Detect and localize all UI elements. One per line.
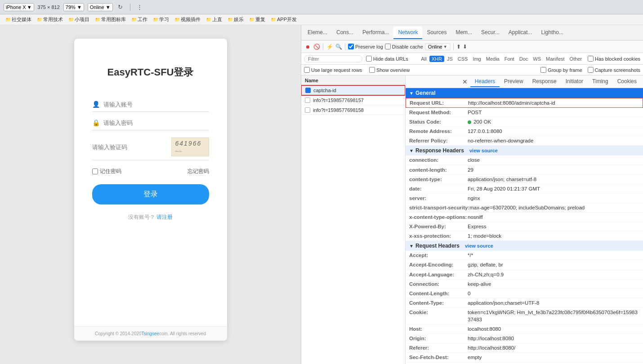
filter-icon[interactable]: ⚡ — [326, 43, 333, 50]
bookmark-projects[interactable]: 📁 小项目 — [67, 15, 91, 24]
bookmark-work[interactable]: 📁 工作 — [129, 15, 149, 24]
username-input[interactable] — [103, 101, 209, 108]
disable-cache-label[interactable]: Disable cache — [385, 44, 423, 49]
general-section-header[interactable]: ▼ General — [406, 88, 643, 98]
group-by-frame-checkbox[interactable] — [540, 67, 546, 73]
tab-sources[interactable]: Sources — [422, 27, 451, 39]
filter-other[interactable]: Other — [567, 56, 585, 62]
show-overview-checkbox[interactable] — [369, 67, 375, 73]
tab-application[interactable]: Applicat... — [504, 27, 537, 39]
req-accept-value: */* — [468, 252, 639, 259]
record-icon[interactable]: ⏺ — [304, 43, 311, 50]
online-button[interactable]: Online ▼ — [425, 43, 451, 50]
has-blocked-checkbox[interactable] — [588, 56, 594, 62]
capture-screenshots-checkbox[interactable] — [588, 67, 594, 73]
import-icon[interactable]: ⬆ — [456, 44, 461, 50]
detail-tab-initiator[interactable]: Initiator — [561, 76, 588, 87]
request-method-value: POST — [468, 109, 639, 116]
login-button[interactable]: 登录 — [92, 184, 209, 204]
detail-tab-headers[interactable]: Headers — [470, 76, 500, 87]
bookmark-repeat[interactable]: 📁 重复 — [247, 15, 267, 24]
filter-input[interactable] — [304, 55, 362, 62]
captcha-image[interactable]: 641966 ~~ — [171, 138, 209, 156]
detail-tab-response[interactable]: Response — [528, 76, 561, 87]
remember-label[interactable]: 记住密码 — [92, 168, 121, 175]
filter-js[interactable]: JS — [445, 56, 455, 62]
tab-memory[interactable]: Mem... — [451, 27, 477, 39]
request-info-2[interactable]: info?t=1598577698158 — [301, 105, 405, 115]
referrer-policy-row: Referrer Policy: no-referrer-when-downgr… — [406, 136, 643, 146]
detail-tab-timing[interactable]: Timing — [588, 76, 613, 87]
filter-font[interactable]: Font — [502, 56, 517, 62]
response-headers-header[interactable]: ▼ Response Headers view source — [406, 146, 643, 155]
request-name-info1: info?t=1598577698157 — [313, 98, 402, 103]
preserve-log-checkbox[interactable] — [348, 44, 354, 49]
tab-lighthouse[interactable]: Lightho... — [537, 27, 568, 39]
tab-elements[interactable]: Eleme... — [303, 27, 332, 39]
req-host-row: Host: localhost:8080 — [406, 324, 643, 334]
tab-network[interactable]: Network — [393, 27, 422, 39]
has-blocked-label[interactable]: Has blocked cookies — [588, 56, 640, 62]
tab-performance[interactable]: Performa... — [358, 27, 393, 39]
detail-tab-preview[interactable]: Preview — [500, 76, 528, 87]
filter-media[interactable]: Media — [484, 56, 502, 62]
filter-manifest[interactable]: Manifest — [544, 56, 567, 62]
device-selector[interactable]: iPhone X ▼ — [4, 3, 34, 11]
capture-screenshots-label[interactable]: Capture screenshots — [588, 67, 641, 73]
password-input[interactable] — [103, 120, 209, 126]
search-icon[interactable]: 🔍 — [335, 43, 342, 50]
detail-content: ▼ General Request URL: http://localhost:… — [406, 88, 643, 364]
dimension-display: 375 × 812 — [38, 4, 60, 10]
rotate-icon[interactable]: ↻ — [116, 3, 125, 11]
request-captcha-id[interactable]: captcha-id — [301, 85, 405, 95]
more-tools-icon[interactable]: ⋮ — [136, 3, 144, 11]
bookmark-app[interactable]: 📁 APP开发 — [269, 15, 299, 24]
req-accept-encoding-row: Accept-Encoding: gzip, deflate, br — [406, 260, 643, 270]
resp-xss-label: x-xss-protection: — [409, 232, 468, 240]
filter-css[interactable]: CSS — [455, 56, 470, 62]
bookmark-icons[interactable]: 📁 常用图标库 — [93, 15, 128, 24]
remember-checkbox[interactable] — [92, 169, 98, 174]
bookmark-live[interactable]: 📁 上直 — [204, 15, 224, 24]
clear-icon[interactable]: 🚫 — [313, 43, 320, 50]
tab-console[interactable]: Cons... — [332, 27, 358, 39]
bookmark-video[interactable]: 📁 视频插件 — [173, 15, 202, 24]
filter-xhr[interactable]: XHR — [429, 56, 444, 62]
disable-cache-checkbox[interactable] — [385, 44, 391, 49]
show-overview-label[interactable]: Show overview — [369, 67, 410, 73]
bookmark-study[interactable]: 📁 学习 — [151, 15, 171, 24]
preserve-log-label[interactable]: Preserve log — [348, 44, 383, 49]
captcha-input[interactable] — [92, 144, 168, 151]
tab-security[interactable]: Secur... — [477, 27, 504, 39]
hide-data-urls-checkbox[interactable] — [366, 56, 372, 62]
register-link[interactable]: 请注册 — [156, 214, 173, 220]
status-green-dot — [468, 120, 471, 124]
export-icon[interactable]: ⬇ — [463, 44, 467, 50]
resp-xcto-label: x-content-type-options: — [409, 213, 468, 221]
large-rows-label[interactable]: Use large request rows — [304, 67, 362, 73]
network-selector[interactable]: Online ▼ — [88, 3, 113, 11]
phone-footer: Copyright © 2014-2020Tsingseecom. All ri… — [74, 326, 227, 341]
request-headers-view-source[interactable]: view source — [465, 243, 493, 249]
bookmark-social[interactable]: 📁 社交媒体 — [4, 15, 33, 24]
detail-tabs: ✕ Headers Preview Response Initiator Tim… — [406, 75, 643, 88]
req-content-length-label: Content-Length: — [409, 290, 468, 297]
large-rows-checkbox[interactable] — [304, 67, 310, 73]
filter-ws[interactable]: WS — [531, 56, 543, 62]
response-headers-view-source[interactable]: view source — [469, 148, 498, 153]
bookmark-entertainment[interactable]: 📁 娱乐 — [226, 15, 246, 24]
forgot-password-link[interactable]: 忘记密码 — [188, 168, 209, 175]
filter-img[interactable]: Img — [470, 56, 483, 62]
filter-doc[interactable]: Doc — [517, 56, 531, 62]
detail-close-button[interactable]: ✕ — [460, 78, 470, 85]
zoom-selector[interactable]: 79% ▼ — [63, 3, 84, 11]
request-info-1[interactable]: info?t=1598577698157 — [301, 95, 405, 105]
group-by-frame-label[interactable]: Group by frame — [540, 67, 582, 73]
hide-data-urls-label[interactable]: Hide data URLs — [366, 56, 408, 62]
detail-tab-cookies[interactable]: Cookies — [613, 76, 641, 87]
request-headers-header[interactable]: ▼ Request Headers view source — [406, 241, 643, 251]
resp-sts-label: strict-transport-security: — [409, 204, 469, 211]
bookmark-tech[interactable]: 📁 常用技术 — [35, 15, 65, 24]
resp-connection-value: close — [468, 156, 639, 164]
filter-all[interactable]: All — [419, 56, 429, 62]
